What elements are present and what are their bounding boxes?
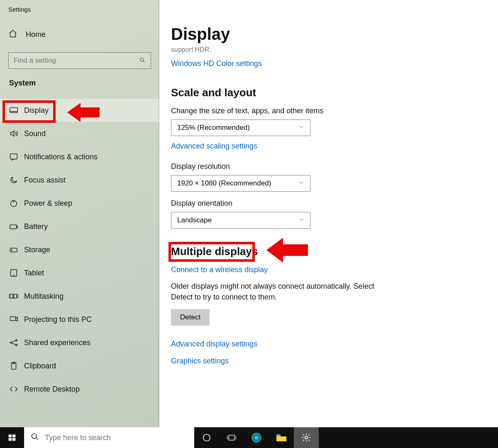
sidebar-item-label: Power & sleep: [24, 199, 72, 208]
sidebar-item-sound[interactable]: Sound: [0, 122, 159, 145]
folder-icon: [276, 433, 287, 442]
dropdown-orientation-value: Landscape: [177, 216, 212, 224]
main-content: Display support HDR. Windows HD Color se…: [159, 0, 498, 427]
shared-icon: [9, 338, 22, 347]
taskbar-search-input[interactable]: [45, 433, 194, 442]
sidebar-item-label: Projecting to this PC: [24, 315, 92, 324]
sidebar-section-label: System: [9, 79, 36, 88]
window-title: Settings: [8, 6, 31, 13]
heading-scale-layout: Scale and layout: [171, 86, 498, 99]
projecting-icon: [9, 315, 22, 324]
sidebar-home-label: Home: [26, 30, 46, 39]
windows-logo-icon: [8, 433, 16, 442]
link-advanced-scaling[interactable]: Advanced scaling settings: [171, 142, 257, 151]
sound-icon: [9, 129, 22, 138]
label-orientation: Display orientation: [171, 199, 498, 208]
dropdown-scale[interactable]: 125% (Recommended): [171, 119, 310, 136]
link-advanced-display-settings[interactable]: Advanced display settings: [171, 340, 257, 348]
page-title: Display: [171, 25, 498, 44]
chevron-down-icon: [298, 179, 304, 187]
notifications-icon: [9, 152, 22, 161]
power-icon: [9, 199, 22, 208]
svg-point-29: [254, 436, 259, 440]
taskbar-settings[interactable]: [294, 427, 319, 448]
sidebar-item-clipboard[interactable]: Clipboard: [0, 354, 159, 377]
svg-rect-10: [10, 294, 13, 298]
dropdown-resolution[interactable]: 1920 × 1080 (Recommended): [171, 175, 310, 192]
detect-button[interactable]: Detect: [171, 309, 210, 326]
svg-point-14: [16, 340, 17, 341]
sidebar-item-label: Multitasking: [24, 292, 63, 301]
svg-rect-23: [12, 438, 16, 441]
taskbar-edge[interactable]: [244, 427, 269, 448]
sidebar-item-label: Shared experiences: [24, 338, 90, 347]
cortana-circle-icon: [202, 433, 211, 442]
svg-rect-12: [10, 317, 16, 321]
svg-rect-21: [12, 435, 16, 438]
svg-rect-5: [17, 226, 17, 228]
svg-point-31: [305, 436, 308, 439]
svg-rect-26: [229, 435, 234, 440]
dropdown-orientation[interactable]: Landscape: [171, 212, 310, 229]
clipboard-icon: [9, 361, 22, 370]
sidebar-item-label: Battery: [24, 222, 48, 231]
sidebar-item-focus-assist[interactable]: Focus assist: [0, 168, 159, 192]
heading-multiple-displays: Multiple displays: [171, 245, 258, 258]
sidebar-item-label: Display: [24, 106, 49, 115]
text-detect-note: Older displays might not always connect …: [171, 281, 395, 302]
sidebar-item-label: Focus assist: [24, 176, 66, 185]
link-connect-wireless-display[interactable]: Connect to a wireless display: [171, 265, 268, 274]
sidebar-item-label: Clipboard: [24, 362, 56, 370]
sidebar-item-projecting[interactable]: Projecting to this PC: [0, 308, 159, 331]
label-resolution: Display resolution: [171, 162, 498, 171]
sidebar-item-label: Storage: [24, 246, 50, 254]
sidebar-home[interactable]: Home: [8, 29, 46, 40]
link-graphics-settings[interactable]: Graphics settings: [171, 357, 229, 365]
taskbar-file-explorer[interactable]: [269, 427, 294, 448]
svg-rect-30: [276, 434, 281, 436]
sidebar-item-tablet[interactable]: Tablet: [0, 261, 159, 285]
sidebar-item-label: Notifications & actions: [24, 153, 98, 161]
sidebar-item-shared-experiences[interactable]: Shared experiences: [0, 331, 159, 354]
start-button[interactable]: [0, 427, 24, 448]
sidebar-item-label: Tablet: [24, 269, 44, 278]
svg-point-25: [203, 434, 210, 441]
sidebar-item-label: Remote Desktop: [24, 385, 80, 394]
sidebar-item-display[interactable]: Display: [0, 99, 159, 122]
hdr-partial-text: support HDR.: [171, 46, 498, 54]
svg-point-0: [140, 58, 144, 61]
taskbar: [0, 427, 498, 448]
sidebar-menu: Display Sound Notifications & actions Fo…: [0, 99, 159, 401]
sidebar-item-power-sleep[interactable]: Power & sleep: [0, 192, 159, 215]
edge-icon: [251, 432, 262, 443]
multitasking-icon: [9, 292, 22, 301]
taskbar-cortana[interactable]: [194, 427, 219, 448]
battery-icon: [9, 222, 22, 231]
link-hd-color-settings[interactable]: Windows HD Color settings: [171, 59, 262, 68]
svg-point-15: [16, 344, 17, 346]
svg-rect-20: [9, 435, 12, 438]
svg-rect-2: [10, 154, 17, 159]
taskbar-search[interactable]: [24, 427, 194, 448]
remote-icon: [9, 385, 22, 394]
display-icon: [9, 106, 22, 115]
chevron-down-icon: [298, 216, 304, 224]
svg-rect-22: [9, 438, 12, 441]
sidebar-item-battery[interactable]: Battery: [0, 215, 159, 238]
svg-point-13: [10, 342, 12, 343]
find-setting-input[interactable]: [14, 56, 139, 65]
sidebar-item-storage[interactable]: Storage: [0, 238, 159, 261]
svg-rect-11: [14, 294, 17, 298]
tablet-icon: [9, 268, 22, 278]
moon-icon: [9, 175, 22, 185]
sidebar-item-remote-desktop[interactable]: Remote Desktop: [0, 377, 159, 401]
chevron-down-icon: [298, 124, 304, 132]
svg-rect-1: [10, 108, 17, 113]
sidebar-item-notifications[interactable]: Notifications & actions: [0, 145, 159, 168]
sidebar-item-multitasking[interactable]: Multitasking: [0, 285, 159, 308]
storage-icon: [9, 245, 22, 254]
dropdown-scale-value: 125% (Recommended): [177, 124, 250, 132]
taskbar-task-view[interactable]: [219, 427, 244, 448]
find-setting-search[interactable]: [8, 52, 151, 69]
svg-point-9: [13, 275, 14, 275]
